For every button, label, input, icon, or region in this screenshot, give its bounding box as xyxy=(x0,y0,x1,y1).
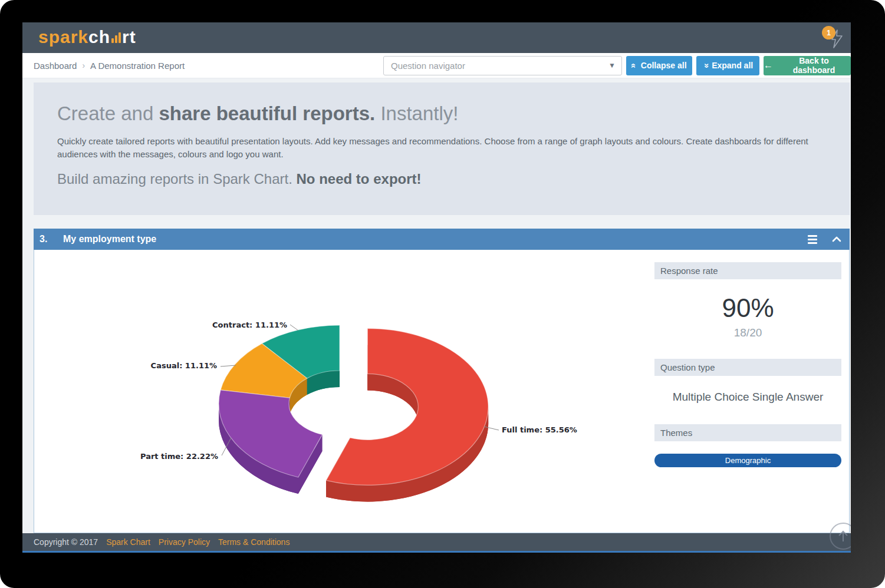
footer: Copyright © 2017 Spark Chart Privacy Pol… xyxy=(22,533,851,553)
back-to-dashboard-label: Back to dashboard xyxy=(777,56,851,75)
slice-label-contract: Contract: 11.11% xyxy=(212,321,287,329)
bar-chart-icon xyxy=(111,32,121,43)
slice-label-part-time: Part time: 22.22% xyxy=(140,452,218,461)
copyright-text: Copyright © 2017 xyxy=(34,537,98,547)
leader-line-contract xyxy=(290,325,298,331)
breadcrumb-dashboard-link[interactable]: Dashboard xyxy=(34,61,77,71)
notification-count-badge: 1 xyxy=(822,26,835,39)
slice-label-full-time: Full time: 55.56% xyxy=(502,425,577,434)
chevron-up-icon xyxy=(832,236,841,242)
question-stats-sidebar: Response rate 90% 18/20 Question type Mu… xyxy=(654,262,841,467)
hero-subline-light: Build amazing reports in Spark Chart. xyxy=(57,171,297,187)
hero-title: Create and share beautiful reports. Inst… xyxy=(57,103,821,125)
breadcrumb-toolbar-row: Dashboard › A Demonstration Report Quest… xyxy=(22,53,851,78)
hero-banner: Create and share beautiful reports. Inst… xyxy=(34,82,850,215)
expand-all-button[interactable]: « Expand all xyxy=(696,56,759,75)
footer-link-terms-conditions[interactable]: Terms & Conditions xyxy=(218,537,289,547)
panel-header-icons xyxy=(806,233,841,246)
question-panel-body: Full time: 55.56%Part time: 22.22%Casual… xyxy=(34,250,850,533)
expand-all-label: Expand all xyxy=(712,61,753,70)
question-title: My employment type xyxy=(63,234,156,245)
collapse-panel-button[interactable] xyxy=(832,236,841,242)
question-navigator-select[interactable]: Question navigator ▼ xyxy=(383,56,622,75)
employment-type-donut-chart: Full time: 55.56%Part time: 22.22%Casual… xyxy=(34,250,654,533)
question-type-value: Multiple Choice Single Answer xyxy=(654,391,841,404)
breadcrumb-current-report: A Demonstration Report xyxy=(90,61,185,71)
question-navigator-placeholder: Question navigator xyxy=(391,61,465,71)
collapse-all-label: Collapse all xyxy=(641,61,687,70)
hero-paragraph: Quickly create tailored reports with bea… xyxy=(57,135,821,161)
breadcrumb-separator-icon: › xyxy=(82,61,85,70)
footer-link-privacy-policy[interactable]: Privacy Policy xyxy=(159,537,210,547)
question-number: 3. xyxy=(40,234,57,245)
back-to-dashboard-button[interactable]: ← Back to dashboard xyxy=(764,56,851,75)
theme-badge-demographic[interactable]: Demographic xyxy=(654,454,841,467)
hero-title-light: Create and xyxy=(57,103,159,124)
themes-header: Themes xyxy=(654,424,841,441)
collapse-all-button[interactable]: « Collapse all xyxy=(626,56,692,75)
top-bar: spark ch rt 1 xyxy=(22,22,851,53)
slice-label-casual: Casual: 11.11% xyxy=(151,361,217,370)
arrow-left-icon: ← xyxy=(764,60,773,71)
arrow-up-icon xyxy=(837,529,850,543)
notifications-button[interactable]: 1 xyxy=(822,26,851,51)
logo-text-ch: ch xyxy=(88,27,110,47)
hero-subline: Build amazing reports in Spark Chart. No… xyxy=(57,171,821,187)
question-type-header: Question type xyxy=(654,359,841,376)
app-window: spark ch rt 1 Dashboard › A Demonstratio… xyxy=(22,22,851,553)
logo-text-rt: rt xyxy=(122,27,136,47)
response-rate-header: Response rate xyxy=(654,262,841,279)
response-rate-value: 90% xyxy=(654,293,841,323)
screen-bezel: spark ch rt 1 Dashboard › A Demonstratio… xyxy=(0,0,885,588)
question-panel: 3. My employment type Full time: 55.56%P… xyxy=(34,229,850,533)
hero-title-bold: share beautiful reports. xyxy=(159,103,375,124)
footer-link-spark-chart[interactable]: Spark Chart xyxy=(106,537,150,547)
breadcrumb: Dashboard › A Demonstration Report xyxy=(34,61,185,71)
hero-title-tail: Instantly! xyxy=(375,103,458,124)
toolbar-controls: Question navigator ▼ « Collapse all « Ex… xyxy=(383,56,851,75)
chevron-down-icon: ▼ xyxy=(608,61,616,70)
hero-subline-bold: No need to export! xyxy=(297,171,422,187)
chart-menu-icon[interactable] xyxy=(806,233,819,246)
logo-text-spark: spark xyxy=(38,27,88,47)
response-rate-fraction: 18/20 xyxy=(654,326,841,339)
question-panel-header: 3. My employment type xyxy=(34,229,850,250)
spark-chart-logo[interactable]: spark ch rt xyxy=(38,27,136,47)
double-chevron-down-icon: « xyxy=(700,63,710,68)
double-chevron-up-icon: « xyxy=(629,63,639,68)
